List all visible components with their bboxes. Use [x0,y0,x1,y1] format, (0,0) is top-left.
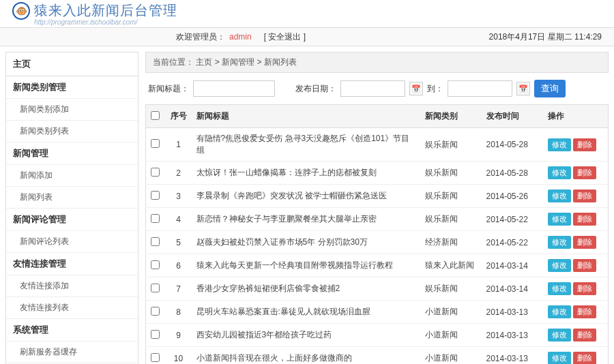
row-checkbox[interactable] [151,307,160,316]
sidebar-category[interactable]: 系统管理 [6,319,138,342]
row-title: 赵薇夫妇被处罚禁入证券市场5年 分别罚款30万 [192,231,421,254]
calendar-icon[interactable]: 📅 [409,82,423,95]
modify-button[interactable]: 修改 [548,352,571,364]
table-row: 5 赵薇夫妇被处罚禁入证券市场5年 分别罚款30万 经济新闻 2014-05-2… [146,231,609,254]
breadcrumb-l1[interactable]: 新闻管理 [222,57,254,67]
row-title: 小道新闻抖音现在很火，上面好多做微商的 [192,347,421,365]
row-checkbox[interactable] [151,353,160,362]
row-date: 2014-03-13 [482,301,544,324]
breadcrumb-label: 当前位置： [153,57,194,67]
row-date: 2014-05-28 [482,162,544,185]
delete-button[interactable]: 删除 [573,189,596,202]
row-checkbox[interactable] [151,237,160,246]
row-title: 有隐情?焦恩俊爱女受伤 急寻3天没趣怒斥《创造101》节目组 [192,128,421,162]
sidebar-category[interactable]: 新闻类别管理 [6,76,138,99]
row-idx: 9 [165,324,192,347]
delete-button[interactable]: 删除 [573,282,596,295]
delete-button[interactable]: 删除 [573,305,596,318]
table-row: 7 香港少女穿热裤短裙便利店偷零食被捕2 娱乐新闻 2014-03-14 修改删… [146,277,609,301]
delete-button[interactable]: 删除 [573,213,596,226]
modify-button[interactable]: 修改 [548,329,571,342]
table-row: 6 猿来入此每天更新一个经典项目附带视频指导运行教程 猿来入此新闻 2014-0… [146,254,609,277]
search-date-to[interactable] [448,80,512,97]
logout-link[interactable]: [ 安全退出 ] [264,31,306,43]
row-date: 2014-05-22 [482,231,544,254]
modify-button[interactable]: 修改 [548,259,571,272]
delete-button[interactable]: 删除 [573,138,596,151]
sidebar-item[interactable]: 友情连接列表 [6,297,138,319]
col-cat: 新闻类别 [421,105,482,128]
calendar-icon[interactable]: 📅 [516,82,530,95]
row-checkbox[interactable] [151,330,160,339]
table-row: 4 新恋情？神秘女子与李亚鹏聚餐坐其大腿举止亲密 娱乐新闻 2014-05-22… [146,208,609,231]
search-to-label: 到： [427,83,443,95]
table-row: 10 小道新闻抖音现在很火，上面好多做微商的 小道新闻 2014-03-13 修… [146,347,609,365]
search-date-label: 发布日期： [295,83,336,95]
row-cat: 小道新闻 [421,347,482,365]
delete-button[interactable]: 删除 [573,329,596,342]
row-checkbox[interactable] [151,284,160,292]
sidebar-category[interactable]: 友情连接管理 [6,253,138,275]
row-checkbox[interactable] [151,191,160,200]
row-cat: 娱乐新闻 [421,162,482,185]
sidebar-category[interactable]: 新闻管理 [6,142,138,165]
logo-title: 猿来入此新闻后台管理 [34,1,177,20]
row-cat: 小道新闻 [421,301,482,324]
row-cat: 经济新闻 [421,231,482,254]
row-title: 猿来入此每天更新一个经典项目附带视频指导运行教程 [192,254,421,277]
sidebar: 主页 新闻类别管理新闻类别添加新闻类别列表新闻管理新闻添加新闻列表新闻评论管理新… [5,52,138,364]
col-idx: 序号 [165,105,192,128]
sidebar-item[interactable]: 新闻添加 [6,165,138,187]
row-checkbox[interactable] [151,139,160,148]
row-idx: 4 [165,208,192,231]
sidebar-item[interactable]: 新闻类别添加 [6,99,138,121]
row-date: 2014-05-26 [482,185,544,208]
search-title-input[interactable] [193,80,275,97]
row-cat: 猿来入此新闻 [421,254,482,277]
row-checkbox[interactable] [151,168,160,177]
search-button[interactable]: 查询 [534,80,566,97]
row-idx: 7 [165,277,192,301]
modify-button[interactable]: 修改 [548,236,571,249]
row-date: 2014-03-13 [482,324,544,347]
table-row: 2 太惊讶！张一山蜡像揭幕：连脖子上的痣都被复刻 娱乐新闻 2014-05-28… [146,162,609,185]
sidebar-item[interactable]: 刷新服务器缓存 [6,342,138,363]
sidebar-item[interactable]: 友情连接添加 [6,275,138,297]
modify-button[interactable]: 修改 [548,213,571,226]
row-idx: 8 [165,301,192,324]
modify-button[interactable]: 修改 [548,166,571,179]
delete-button[interactable]: 删除 [573,352,596,364]
row-cat: 娱乐新闻 [421,128,482,162]
col-op: 操作 [544,105,609,128]
row-title: 昆明火车站暴恐案直击:暴徒见人就砍现场泪血腥 [192,301,421,324]
modify-button[interactable]: 修改 [548,305,571,318]
row-date: 2014-05-28 [482,128,544,162]
delete-button[interactable]: 删除 [573,166,596,179]
logo-icon: 🐵 [12,2,30,20]
sidebar-item[interactable]: 新闻类别列表 [6,121,138,142]
col-title: 新闻标题 [192,105,421,128]
row-checkbox[interactable] [151,260,160,269]
sidebar-category[interactable]: 新闻评论管理 [6,209,138,231]
row-idx: 10 [165,347,192,365]
row-checkbox[interactable] [151,214,160,223]
row-idx: 1 [165,128,192,162]
news-table: 序号 新闻标题 新闻类别 发布时间 操作 1 有隐情?焦恩俊爱女受伤 急寻3天没… [145,104,609,364]
sidebar-item[interactable]: 新闻列表 [6,187,138,209]
delete-button[interactable]: 删除 [573,236,596,249]
sidebar-home[interactable]: 主页 [6,52,138,76]
modify-button[interactable]: 修改 [548,282,571,295]
sidebar-item[interactable]: 新闻评论列表 [6,231,138,253]
row-cat: 娱乐新闻 [421,185,482,208]
select-all-checkbox[interactable] [151,111,160,120]
welcome-label: 欢迎管理员： [176,31,225,43]
row-cat: 娱乐新闻 [421,277,482,301]
modify-button[interactable]: 修改 [548,138,571,151]
admin-name: admin [229,32,252,42]
row-date: 2014-05-22 [482,208,544,231]
search-date-from[interactable] [340,80,405,97]
breadcrumb-home[interactable]: 主页 [196,57,212,67]
modify-button[interactable]: 修改 [548,189,571,202]
delete-button[interactable]: 删除 [573,259,596,272]
table-row: 8 昆明火车站暴恐案直击:暴徒见人就砍现场泪血腥 小道新闻 2014-03-13… [146,301,609,324]
